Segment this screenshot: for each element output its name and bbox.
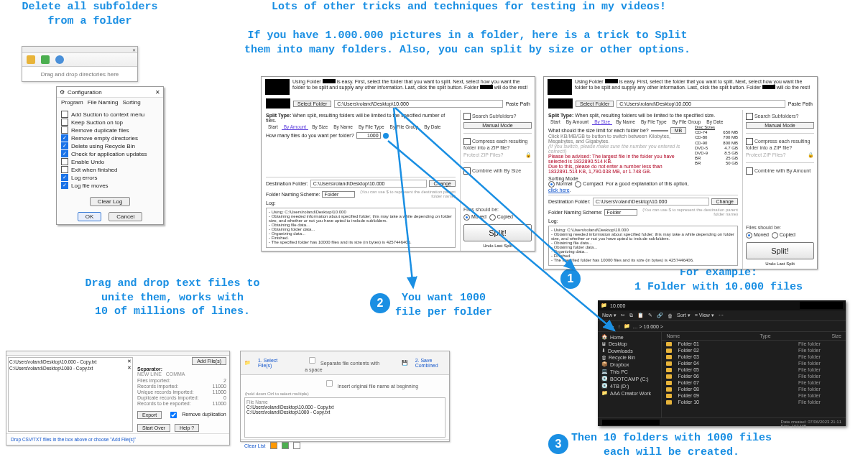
col-type[interactable]: Type [760, 333, 803, 338]
amount-input[interactable]: 1000 [356, 132, 381, 139]
back-icon[interactable]: ← [602, 324, 607, 329]
remove-icon[interactable]: ✕ [127, 359, 131, 364]
list-item[interactable]: C:\Users\roland\Desktop\1000 - Copy.txt [9, 366, 93, 371]
new-menu[interactable]: New ▾ [602, 313, 617, 318]
table-row[interactable]: Folder 01File folder [662, 341, 846, 347]
click-here-link[interactable]: click here [548, 188, 570, 193]
undo-link[interactable]: Undo Last Split [746, 262, 814, 266]
list-item[interactable]: C:\Users\roland\Desktop\10.000 - Copy.tx… [246, 405, 443, 410]
table-row[interactable]: Folder 03File folder [662, 354, 846, 360]
nav-item[interactable]: 🏠Home [601, 334, 657, 340]
help-button[interactable]: Help ? [175, 424, 199, 432]
tab-by-name[interactable]: By Name [331, 124, 355, 130]
window-controls[interactable] [800, 302, 843, 309]
select-folder-button[interactable]: Select Folder [576, 101, 614, 107]
step1-label[interactable]: 1. Select File(s) [258, 358, 283, 368]
tab-by-name[interactable]: By Name [614, 119, 637, 125]
paste-icon[interactable]: 📋 [637, 313, 644, 318]
tab-start[interactable]: Start [266, 124, 280, 130]
color-swatch[interactable] [293, 442, 300, 449]
breadcrumb[interactable]: … > 10.000 > [633, 324, 663, 329]
action-icon[interactable] [41, 55, 50, 64]
table-row[interactable]: Folder 07File folder [662, 379, 846, 386]
checkbox[interactable]: ✓ [61, 174, 68, 181]
tab-by-amount[interactable]: By Amount [564, 119, 591, 125]
nav-item[interactable]: 💻This PC [601, 369, 657, 374]
checkbox[interactable] [61, 126, 68, 134]
checkbox[interactable] [61, 119, 68, 126]
table-row[interactable]: Folder 05File folder [662, 366, 846, 373]
size-input[interactable] [651, 130, 668, 131]
paste-path-link[interactable]: Paste Path [788, 101, 813, 106]
combine-checkbox[interactable] [463, 167, 471, 175]
nav-item[interactable]: ⬇Downloads [601, 348, 657, 354]
checkbox[interactable] [61, 111, 68, 118]
file-list[interactable]: C:\Users\roland\Desktop\10.000 - Copy.tx… [8, 357, 133, 432]
select-folder-button[interactable]: Select Folder [293, 101, 331, 107]
checkbox[interactable]: ✓ [61, 182, 68, 189]
tab-by-amount[interactable]: By Amount [282, 124, 308, 130]
search-subfolders-checkbox[interactable] [746, 113, 753, 120]
manual-mode-button[interactable]: Manual Mode [463, 122, 532, 129]
tab-by-size[interactable]: By Size [592, 119, 612, 125]
tab-by-size[interactable]: By Size [310, 124, 330, 130]
sort-menu[interactable]: Sort ▾ [677, 313, 691, 318]
ok-button[interactable]: OK [78, 212, 102, 221]
tab-start[interactable]: Start [548, 119, 563, 125]
forward-icon[interactable]: → [610, 324, 615, 329]
size-unit-button[interactable]: MB [670, 127, 687, 134]
rename-icon[interactable]: ✎ [648, 313, 652, 318]
close-icon[interactable]: ✕ [132, 47, 136, 52]
moved-radio[interactable] [463, 214, 470, 221]
tab-by-date[interactable]: By Date [422, 124, 443, 130]
checkbox[interactable]: ✓ [61, 150, 68, 157]
col-name[interactable]: Name [666, 333, 731, 338]
checkbox[interactable] [61, 158, 68, 165]
dest-path[interactable]: C:\Users\roland\Desktop\10.000 [310, 180, 428, 188]
export-button[interactable]: Export [137, 411, 162, 419]
folder-path[interactable]: C:\Users\roland\Desktop\10.000 [617, 100, 785, 108]
combine-checkbox[interactable] [746, 167, 753, 175]
compress-checkbox[interactable] [746, 138, 753, 145]
naming-input[interactable]: Folder [604, 209, 637, 216]
table-row[interactable]: Folder 10File folder [662, 399, 846, 405]
clear-log-button[interactable]: Clear Log [90, 197, 131, 206]
change-button[interactable]: Change [711, 198, 738, 205]
undo-link[interactable]: Undo Last Split [463, 244, 532, 248]
table-row[interactable]: Folder 04File folder [662, 360, 846, 366]
share-icon[interactable]: 🔗 [657, 313, 663, 318]
checkbox[interactable]: ✓ [61, 142, 68, 149]
color-swatch[interactable] [282, 442, 289, 449]
list-item[interactable]: C:\Users\roland\Desktop\1000 - Copy.txt [246, 410, 443, 415]
info-icon[interactable] [55, 55, 64, 64]
split-button[interactable]: Split! [746, 242, 814, 259]
normal-radio[interactable] [548, 181, 555, 188]
tab-by-date[interactable]: By Date [704, 119, 725, 125]
col-size[interactable]: Size [831, 333, 841, 338]
tab-by-file-type[interactable]: By File Type [639, 119, 669, 125]
nav-item[interactable]: 📦Dropbox [601, 361, 657, 367]
paste-path-link[interactable]: Paste Path [506, 101, 530, 106]
split-button[interactable]: Split! [463, 224, 532, 241]
dest-path[interactable]: C:\Users\roland\Desktop\10.000 [593, 198, 710, 206]
list-item[interactable]: C:\Users\roland\Desktop\10.000 - Copy.tx… [9, 359, 97, 364]
remove-dup-checkbox[interactable] [170, 412, 177, 418]
tab-by-file-group[interactable]: By File Group [388, 124, 421, 130]
copied-radio[interactable] [772, 232, 778, 239]
naming-input[interactable]: Folder [322, 191, 355, 198]
remove-icon[interactable]: ✕ [127, 365, 131, 371]
cancel-button[interactable]: Cancel [108, 212, 142, 221]
moved-radio[interactable] [746, 232, 752, 239]
compress-checkbox[interactable] [463, 138, 471, 145]
clear-list-link[interactable]: Clear List [244, 443, 266, 448]
table-row[interactable]: Folder 09File folder [662, 392, 846, 399]
copy-icon[interactable]: ⧉ [629, 313, 633, 318]
add-files-button[interactable]: Add File(s) [192, 357, 226, 365]
nav-item[interactable]: 🗑Recycle Bin [601, 355, 657, 360]
folder-icon[interactable] [27, 55, 35, 64]
view-menu[interactable]: ≡ View ▾ [695, 313, 714, 318]
close-icon[interactable]: ✕ [155, 89, 160, 96]
nav-item[interactable]: 🖥Desktop [601, 341, 657, 346]
cut-icon[interactable]: ✂ [621, 313, 625, 318]
drop-area[interactable]: Drag and drop directories here [22, 67, 137, 81]
